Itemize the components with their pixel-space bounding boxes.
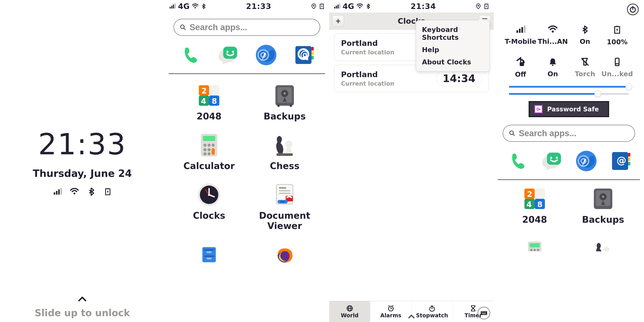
notification-password-safe[interactable]: Password Safe — [528, 101, 609, 117]
status-time: 21:34 — [371, 2, 476, 11]
qs-dock[interactable]: Un...ked — [601, 57, 633, 78]
app-label: Backups — [582, 214, 624, 225]
app-clocks[interactable]: Clocks — [171, 182, 247, 231]
svg-point-62 — [208, 144, 211, 147]
svg-rect-79 — [279, 187, 286, 189]
app-document-viewer[interactable]: Document Viewer — [247, 182, 322, 231]
qs-torch[interactable]: Torch — [569, 57, 601, 78]
tab-stopwatch[interactable]: Stopwatch — [412, 301, 453, 322]
svg-rect-57 — [278, 105, 280, 107]
app-2048[interactable]: 248 2048 — [171, 83, 247, 122]
hourglass-icon — [470, 305, 477, 312]
add-button[interactable]: + — [332, 15, 344, 27]
clock-icon — [196, 182, 222, 207]
power-button[interactable] — [627, 4, 639, 15]
web-app-icon[interactable] — [574, 149, 598, 173]
contacts-app-icon[interactable]: @ — [609, 149, 633, 173]
search-apps[interactable] — [503, 125, 635, 142]
lock-status-icons — [0, 187, 164, 196]
svg-rect-70 — [276, 154, 293, 156]
app-grid[interactable]: 248 2048 Backups Calculator Chess Clocks… — [164, 74, 329, 267]
search-input[interactable] — [518, 128, 629, 138]
menu-help[interactable]: Help — [416, 44, 490, 56]
chess-icon — [590, 233, 616, 258]
chevron-up-icon[interactable] — [77, 294, 87, 304]
app-backups[interactable]: Backups — [569, 186, 637, 225]
sms-app-icon[interactable] — [540, 149, 564, 173]
app-calculator[interactable]: Calculator — [171, 132, 247, 171]
chevron-up-icon[interactable] — [408, 313, 415, 321]
game-2048-icon: 248 — [522, 186, 547, 211]
keyboard-button[interactable] — [478, 307, 490, 319]
phone-app-icon[interactable] — [505, 149, 529, 173]
svg-rect-60 — [203, 136, 215, 141]
game-2048-icon: 248 — [196, 83, 222, 108]
bluetooth-icon — [366, 3, 371, 10]
wifi-icon — [192, 3, 198, 10]
qs-cellular[interactable]: T-Mobile — [504, 24, 537, 46]
bluetooth-icon — [201, 3, 206, 10]
app-backups[interactable]: Backups — [247, 83, 322, 122]
chess-icon — [272, 132, 297, 158]
svg-text:8: 8 — [537, 200, 542, 209]
password-safe-icon — [534, 105, 543, 113]
qs-bluetooth[interactable]: On — [569, 24, 601, 46]
search-input[interactable] — [189, 22, 314, 32]
web-app-icon[interactable] — [254, 43, 278, 67]
qs-notifications[interactable]: On — [537, 57, 569, 78]
quick-toggles: T-Mobile Thi...AN On 100% Off On Torch U… — [494, 0, 644, 80]
quick-settings: T-Mobile Thi...AN On 100% Off On Torch U… — [494, 0, 644, 322]
svg-point-121 — [604, 247, 609, 251]
brightness-slider[interactable] — [509, 86, 629, 88]
qs-battery[interactable]: 100% — [601, 24, 633, 46]
qs-wifi[interactable]: Thi...AN — [537, 24, 569, 46]
svg-text:2: 2 — [527, 190, 532, 198]
app-label: Chess — [270, 161, 300, 171]
lock-date: Thursday, June 24 — [0, 168, 164, 179]
app-label: 2048 — [196, 111, 222, 122]
phone-app-icon[interactable] — [178, 43, 202, 67]
app-firefox-partial[interactable] — [247, 242, 322, 267]
svg-rect-81 — [279, 193, 290, 194]
app-chess[interactable]: Chess — [247, 132, 322, 171]
volume-slider[interactable] — [509, 93, 629, 95]
bluetooth-icon — [87, 187, 96, 196]
tab-world[interactable]: World — [329, 301, 370, 322]
tab-alarms[interactable]: Alarms — [370, 301, 412, 322]
qs-label: 100% — [607, 38, 628, 46]
menu-keyboard-shortcuts[interactable]: Keyboard Shortcuts — [416, 24, 490, 44]
svg-point-65 — [208, 148, 211, 152]
svg-rect-87 — [206, 251, 212, 253]
svg-rect-117 — [530, 243, 540, 248]
search-icon — [180, 24, 186, 30]
sms-app-icon[interactable] — [216, 43, 240, 67]
city-time: 14:34 — [436, 70, 482, 86]
app-files-partial[interactable] — [171, 242, 247, 267]
svg-text:4: 4 — [526, 200, 532, 209]
safe-icon — [272, 83, 297, 108]
alarm-icon — [387, 305, 394, 312]
signal-icon — [169, 3, 176, 10]
menu-about[interactable]: About Clocks — [416, 56, 490, 68]
svg-rect-34 — [223, 47, 237, 59]
stopwatch-icon — [428, 305, 436, 312]
safe-icon — [590, 186, 616, 211]
svg-point-69 — [285, 140, 292, 148]
app-calculator-partial[interactable] — [500, 233, 569, 258]
contacts-app-icon[interactable]: @ — [292, 43, 316, 67]
signal-icon — [53, 187, 62, 196]
svg-point-115 — [602, 196, 604, 198]
svg-rect-43 — [312, 56, 314, 60]
app-2048[interactable]: 248 2048 — [500, 186, 569, 225]
app-grid[interactable]: 248 2048 Backups — [494, 180, 644, 258]
qs-rotation[interactable]: Off — [504, 57, 537, 78]
svg-text:@: @ — [616, 154, 626, 166]
svg-rect-89 — [206, 258, 212, 260]
document-viewer-icon — [272, 182, 297, 207]
location-icon — [311, 3, 317, 10]
svg-point-95 — [550, 157, 552, 159]
app-chess-partial[interactable] — [569, 233, 637, 258]
search-apps[interactable] — [174, 19, 320, 36]
wifi-icon — [356, 3, 363, 10]
network-label: 4G — [178, 2, 190, 11]
